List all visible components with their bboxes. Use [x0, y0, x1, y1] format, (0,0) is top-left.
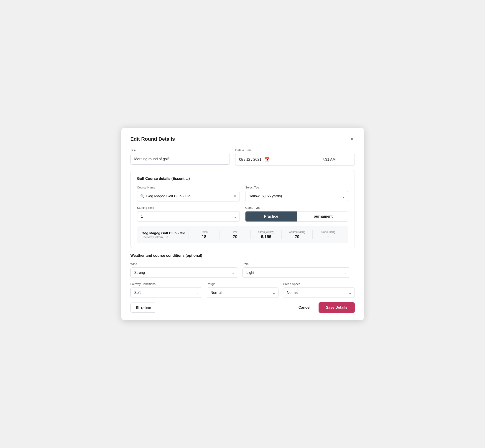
par-value: 70	[233, 234, 237, 239]
modal-title: Edit Round Details	[130, 136, 175, 142]
date-time-field: 05 / 12 / 2021 📅 7:31 AM	[235, 154, 355, 166]
game-type-group: Game Type Practice Tournament	[245, 206, 348, 222]
yards-stat: Yards(Yellow) 6,156	[251, 230, 282, 239]
select-tee-wrap: Yellow (6,156 yards) White Red Blue ⌄	[245, 191, 348, 201]
select-tee-group: Select Tee Yellow (6,156 yards) White Re…	[245, 186, 348, 201]
delete-button[interactable]: 🗑 Delete	[130, 303, 156, 312]
course-rating-value: 70	[295, 234, 299, 239]
fairway-group: Fairway Conditions Dry Normal Soft Wet ⌄	[130, 282, 202, 298]
title-label: Title	[130, 148, 230, 152]
date-part[interactable]: 05 / 12 / 2021 📅	[235, 154, 303, 165]
rough-label: Rough	[207, 282, 278, 286]
par-label: Par	[233, 230, 237, 233]
game-type-toggle: Practice Tournament	[245, 211, 348, 222]
course-info-name-block: Gog Magog Golf Club - Old, Shelford Bott…	[142, 231, 188, 239]
rain-label: Rain	[242, 262, 350, 266]
green-speed-dropdown[interactable]: Slow Normal Fast Very Fast	[283, 288, 355, 298]
course-name-label: Course Name	[137, 186, 240, 189]
title-input[interactable]	[130, 154, 230, 165]
yards-label: Yards(Yellow)	[258, 230, 274, 233]
rain-dropdown[interactable]: None Light Moderate Heavy	[242, 267, 350, 278]
trash-icon: 🗑	[136, 305, 139, 310]
starting-hole-group: Starting Hole 1 2 10 ⌄	[137, 206, 240, 222]
course-name-group: Course Name 🔍 ✕	[137, 186, 240, 201]
wind-group: Wind Calm Light Moderate Strong Very Str…	[130, 262, 238, 278]
cancel-button[interactable]: Cancel	[295, 303, 314, 312]
footer-row: 🗑 Delete Cancel Save Details	[130, 302, 355, 313]
course-info-name: Gog Magog Golf Club - Old,	[142, 231, 188, 235]
date-value: 05 / 12 / 2021	[239, 158, 261, 162]
wind-dropdown[interactable]: Calm Light Moderate Strong Very Strong	[130, 267, 238, 278]
save-button[interactable]: Save Details	[319, 302, 355, 313]
date-time-group: Date & Time 05 / 12 / 2021 📅 7:31 AM	[235, 148, 355, 166]
calendar-icon: 📅	[264, 157, 269, 162]
green-speed-wrap: Slow Normal Fast Very Fast ⌄	[283, 288, 355, 298]
rough-dropdown[interactable]: Short Normal Long	[207, 288, 278, 298]
course-rating-stat: Course rating 70	[282, 230, 312, 239]
hole-gametype-row: Starting Hole 1 2 10 ⌄ Game Type Practic…	[137, 206, 348, 222]
weather-section: Weather and course conditions (optional)…	[130, 254, 355, 298]
delete-label: Delete	[141, 306, 151, 310]
select-tee-label: Select Tee	[245, 186, 348, 189]
starting-hole-dropdown[interactable]: 1 2 10	[137, 211, 240, 222]
starting-hole-wrap: 1 2 10 ⌄	[137, 211, 240, 222]
course-info-location: Shelford Bottom, UK	[142, 235, 188, 239]
slope-rating-value: -	[327, 234, 329, 239]
holes-stat: Holes 18	[188, 230, 219, 239]
fairway-wrap: Dry Normal Soft Wet ⌄	[130, 288, 202, 298]
rain-group: Rain None Light Moderate Heavy ⌄	[242, 262, 350, 278]
rough-group: Rough Short Normal Long ⌄	[207, 282, 278, 298]
holes-label: Holes	[201, 230, 208, 233]
course-search-wrap: 🔍 ✕	[137, 191, 240, 201]
fairway-label: Fairway Conditions	[130, 282, 202, 286]
golf-course-section: Golf Course details (Essential) Course N…	[130, 170, 355, 248]
holes-value: 18	[202, 234, 206, 239]
edit-round-modal: Edit Round Details × Title Date & Time 0…	[121, 128, 364, 320]
wind-wrap: Calm Light Moderate Strong Very Strong ⌄	[130, 267, 238, 278]
game-type-label: Game Type	[245, 206, 348, 209]
search-icon: 🔍	[140, 194, 145, 199]
tournament-button[interactable]: Tournament	[297, 211, 348, 222]
course-rating-label: Course rating	[289, 230, 305, 233]
rain-wrap: None Light Moderate Heavy ⌄	[242, 267, 350, 278]
wind-label: Wind	[130, 262, 238, 266]
starting-hole-label: Starting Hole	[137, 206, 240, 209]
footer-right: Cancel Save Details	[295, 302, 355, 313]
modal-header: Edit Round Details ×	[130, 136, 355, 142]
slope-rating-label: Slope rating	[321, 230, 335, 233]
slope-rating-stat: Slope rating -	[312, 230, 343, 239]
select-tee-dropdown[interactable]: Yellow (6,156 yards) White Red Blue	[245, 191, 348, 201]
time-part[interactable]: 7:31 AM	[303, 154, 354, 165]
time-value: 7:31 AM	[322, 158, 336, 162]
date-time-label: Date & Time	[235, 148, 355, 152]
green-speed-label: Green Speed	[283, 282, 355, 286]
title-date-row: Title Date & Time 05 / 12 / 2021 📅 7:31 …	[130, 148, 355, 166]
conditions-row: Fairway Conditions Dry Normal Soft Wet ⌄…	[130, 282, 355, 298]
golf-section-title: Golf Course details (Essential)	[137, 177, 348, 181]
practice-button[interactable]: Practice	[245, 211, 297, 222]
title-group: Title	[130, 148, 230, 165]
course-info-box: Gog Magog Golf Club - Old, Shelford Bott…	[137, 226, 348, 243]
wind-rain-row: Wind Calm Light Moderate Strong Very Str…	[130, 262, 355, 278]
course-tee-row: Course Name 🔍 ✕ Select Tee Yellow (6,156…	[137, 186, 348, 201]
close-button[interactable]: ×	[349, 136, 355, 142]
green-speed-group: Green Speed Slow Normal Fast Very Fast ⌄	[283, 282, 355, 298]
par-stat: Par 70	[219, 230, 251, 239]
clear-course-icon[interactable]: ✕	[233, 194, 237, 199]
weather-section-title: Weather and course conditions (optional)	[130, 254, 355, 258]
fairway-dropdown[interactable]: Dry Normal Soft Wet	[130, 288, 202, 298]
rough-wrap: Short Normal Long ⌄	[207, 288, 278, 298]
yards-value: 6,156	[261, 234, 271, 239]
course-name-input[interactable]	[137, 191, 240, 201]
